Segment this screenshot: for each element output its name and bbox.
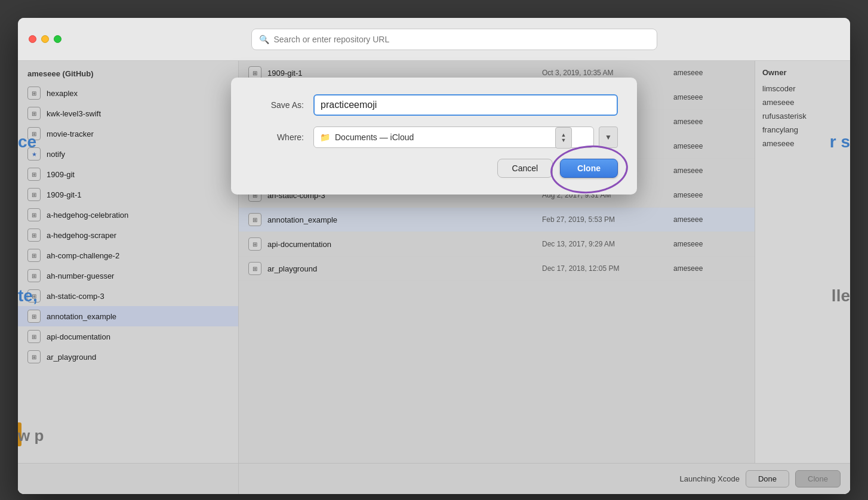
clone-button-wrapper: Clone <box>560 159 618 178</box>
save-as-label: Save As: <box>250 100 304 110</box>
where-label: Where: <box>250 132 304 142</box>
titlebar: 🔍 <box>18 18 850 61</box>
modal-overlay: Save As: Where: 📁 Documents — iCloud ▲ ▼ <box>18 61 850 494</box>
search-input[interactable] <box>274 35 650 44</box>
where-control: 📁 Documents — iCloud ▲ ▼ ▼ <box>313 126 618 148</box>
folder-icon: 📁 <box>320 132 330 142</box>
traffic-lights <box>29 35 61 43</box>
main-window: 🔍 ameseee (GitHub) ⊞ hexaplex ⊞ kwk-leve… <box>18 18 850 494</box>
save-as-input[interactable] <box>313 94 618 116</box>
clone-dialog: Save As: Where: 📁 Documents — iCloud ▲ ▼ <box>231 78 637 195</box>
maximize-button[interactable] <box>54 35 61 43</box>
close-button[interactable] <box>29 35 36 43</box>
where-select[interactable]: 📁 Documents — iCloud ▲ ▼ <box>313 126 594 148</box>
modal-buttons: Cancel Clone <box>250 159 618 178</box>
minimize-button[interactable] <box>41 35 49 43</box>
search-icon: 🔍 <box>259 35 269 44</box>
cancel-button[interactable]: Cancel <box>497 159 553 178</box>
save-as-row: Save As: <box>250 94 618 116</box>
where-row: Where: 📁 Documents — iCloud ▲ ▼ ▼ <box>250 126 618 148</box>
search-bar[interactable]: 🔍 <box>251 29 657 50</box>
clone-button[interactable]: Clone <box>560 159 618 178</box>
where-dropdown-button[interactable]: ▼ <box>599 126 618 148</box>
stepper-control[interactable]: ▲ ▼ <box>555 127 572 149</box>
where-value: Documents — iCloud <box>335 132 414 142</box>
